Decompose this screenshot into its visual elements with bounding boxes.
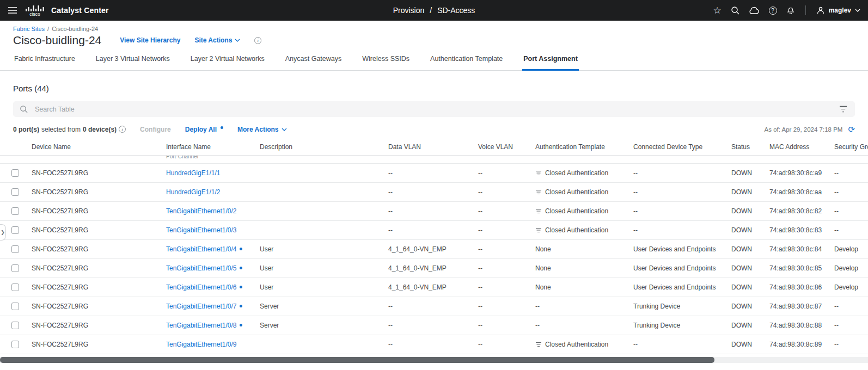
row-checkbox[interactable] [11,169,19,177]
hamburger-menu-icon[interactable] [8,7,17,14]
table-row: SN-FOC2527L9RG TenGigabitEthernet1/0/3 -… [0,221,868,240]
column-label: Security Group [834,143,868,151]
status-cell: DOWN [727,259,765,278]
tab-wireless-ssids[interactable]: Wireless SSIDs [361,54,411,71]
configure-button[interactable]: Configure [140,126,171,133]
checkbox-cell [0,278,27,297]
connected-device-type-cell: -- [629,183,727,202]
device-name-cell: SN-FOC2527L9RG [27,164,162,183]
column-label: Data VLAN [388,143,421,151]
tab-authentication-template[interactable]: Authentication Template [429,54,504,71]
auth-template-text: Closed Authentication [545,169,608,177]
status-cell: DOWN [727,183,765,202]
interface-link[interactable]: TenGigabitEthernet1/0/3 [166,226,236,234]
site-actions-label: Site Actions [194,36,232,44]
voice-vlan-cell: -- [474,316,531,335]
column-header: Authentication Template [531,139,629,156]
row-checkbox[interactable] [11,283,19,291]
interface-name-cell: TenGigabitEthernet1/0/2 [162,202,255,221]
nav-sd-access[interactable]: SD-Access [437,6,475,15]
device-name-cell: SN-FOC2527L9RG [27,183,162,202]
description-cell [255,202,384,221]
filter-icon[interactable] [839,106,847,113]
column-label: Description [260,143,292,151]
site-info-icon[interactable]: i [254,37,261,44]
voice-vlan-cell: -- [474,278,531,297]
column-label: Voice VLAN [478,143,513,151]
cloud-icon[interactable] [749,7,760,14]
table-row: SN-FOC2527L9RG TenGigabitEthernet1/0/4 U… [0,240,868,259]
user-menu[interactable]: maglev [816,6,860,15]
mac-address-cell: 74:ad:98:30:8c:aa [765,183,830,202]
sidebar-expand-handle[interactable]: ❯ [0,224,6,240]
interface-name-cell: HundredGigE1/1/1 [162,164,255,183]
description-cell: User [255,259,384,278]
horizontal-scrollbar-thumb[interactable] [0,357,714,363]
interface-link[interactable]: HundredGigE1/1/1 [166,169,220,177]
site-actions-menu[interactable]: Site Actions [194,36,240,44]
breadcrumb-current: Cisco-buidling-24 [52,26,98,32]
ports-table-container: Device NameInterface NameDescriptionData… [0,139,868,354]
data-vlan-cell: -- [384,316,474,335]
status-cell: DOWN [727,202,765,221]
interface-link[interactable]: TenGigabitEthernet1/0/7 [166,303,236,310]
table-row: SN-FOC2527L9RG TenGigabitEthernet1/0/9 -… [0,335,868,354]
search-input[interactable] [13,101,855,117]
tab-bar: Fabric InfrastructureLayer 3 Virtual Net… [0,48,868,71]
checkbox-cell [0,202,27,221]
deploy-all-button[interactable]: Deploy All [185,126,217,133]
interface-link[interactable]: TenGigabitEthernet1/0/5 [166,264,236,272]
table-row: SN-FOC2527L9RG TenGigabitEthernet1/0/8 S… [0,316,868,335]
row-checkbox[interactable] [11,207,19,215]
interface-link[interactable]: TenGigabitEthernet1/0/6 [166,283,236,291]
interface-link[interactable]: HundredGigE1/1/2 [166,188,220,196]
table-row: SN-FOC2527L9RG HundredGigE1/1/2 -- -- Cl… [0,183,868,202]
auth-template-cell: Closed Authentication [531,335,629,354]
tab-layer-3-virtual-networks[interactable]: Layer 3 Virtual Networks [95,54,171,71]
favorites-star-icon[interactable]: ☆ [713,6,721,15]
more-actions-menu[interactable]: More Actions [237,126,287,133]
row-checkbox[interactable] [11,341,19,348]
interface-link[interactable]: TenGigabitEthernet1/0/8 [166,322,236,329]
row-checkbox[interactable] [11,188,19,196]
tab-anycast-gateways[interactable]: Anycast Gateways [284,54,343,71]
interface-link[interactable]: TenGigabitEthernet1/0/9 [166,341,236,348]
view-site-hierarchy-link[interactable]: View Site Hierarchy [120,36,180,44]
tab-layer-2-virtual-networks[interactable]: Layer 2 Virtual Networks [190,54,266,71]
refresh-icon[interactable]: ⟳ [848,125,855,133]
description-cell [255,183,384,202]
tab-fabric-infrastructure[interactable]: Fabric Infrastructure [13,54,76,71]
breadcrumb-fabric-sites[interactable]: Fabric Sites [13,26,45,32]
column-label: Status [731,143,750,151]
table-body: Port-Channel SN-FOC2527L9RG HundredGigE1… [0,156,868,354]
interface-link[interactable]: TenGigabitEthernet1/0/2 [166,207,236,215]
row-checkbox[interactable] [11,264,19,272]
interface-link[interactable]: TenGigabitEthernet1/0/4 [166,245,236,253]
tab-port-assignment[interactable]: Port Assignment [522,54,579,71]
description-cell: User [255,240,384,259]
connected-device-type-cell: Trunking Device [629,297,727,316]
device-name-cell: SN-FOC2527L9RG [27,316,162,335]
table-row: SN-FOC2527L9RG HundredGigE1/1/1 -- -- Cl… [0,164,868,183]
security-group-cell: Develop [830,240,868,259]
row-checkbox[interactable] [11,245,19,253]
search-icon[interactable] [731,6,739,15]
auth-template-text: None [535,245,551,253]
selection-info-icon[interactable]: i [119,126,126,133]
row-checkbox[interactable] [11,303,19,310]
notifications-bell-icon[interactable] [786,6,795,15]
row-checkbox[interactable] [11,226,19,234]
column-header: Interface Name [162,139,255,156]
nav-provision[interactable]: Provision [393,6,425,15]
device-name-cell: SN-FOC2527L9RG [27,297,162,316]
security-group-cell: -- [830,221,868,240]
device-name-cell: SN-FOC2527L9RG [27,240,162,259]
data-vlan-cell: -- [384,164,474,183]
column-header: Security Group [830,139,868,156]
selected-devices-count: 0 device(s) [83,126,117,133]
interface-name-cell: TenGigabitEthernet1/0/7 [162,297,255,316]
status-cell: DOWN [727,278,765,297]
help-icon[interactable]: ? [769,7,777,15]
description-cell: Server [255,297,384,316]
row-checkbox[interactable] [11,322,19,329]
